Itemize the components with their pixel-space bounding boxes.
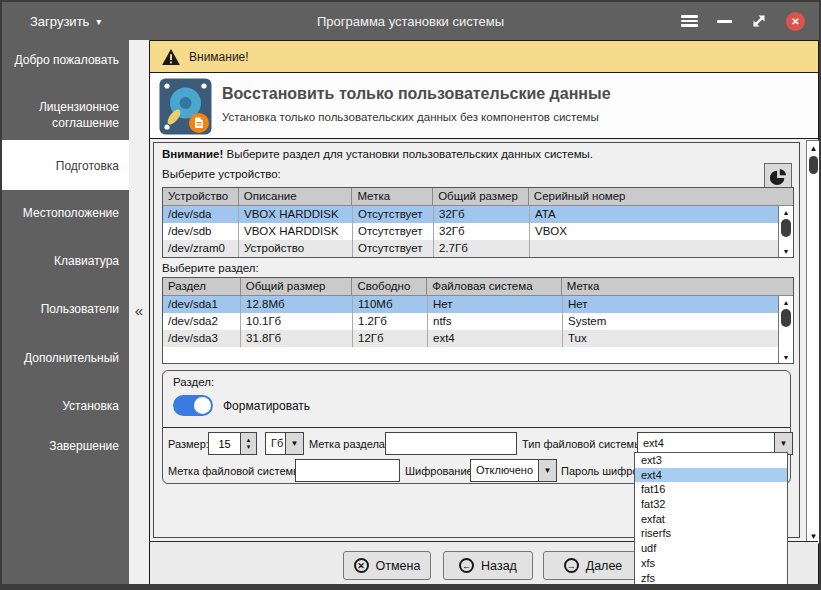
cell: 2.7Гб <box>434 240 530 257</box>
table-row[interactable]: /dev/sda VBOX HARDDISK Отсутствует 32Гб … <box>163 206 793 223</box>
scroll-up-icon[interactable]: ▲ <box>779 296 793 308</box>
format-toggle[interactable] <box>173 395 213 416</box>
table-row[interactable]: /dev/sdb VBOX HARDDISK Отсутствует 32Гб … <box>163 223 793 240</box>
cell: /dev/sda1 <box>163 296 241 313</box>
encryption-select[interactable]: Отключено ▼ <box>470 459 557 482</box>
chevron-down-icon[interactable]: ▼ <box>538 459 557 482</box>
dropdown-option[interactable]: fat16 <box>635 482 787 497</box>
cell: Отсутствует <box>353 240 434 257</box>
partition-select-label: Выберите раздел: <box>162 262 259 274</box>
encryption-label: Шифрование: <box>405 459 476 483</box>
partition-table-scrollbar[interactable]: ▲ ▼ <box>778 296 793 363</box>
menu-icon[interactable] <box>681 15 698 27</box>
scroll-down-icon[interactable]: ▼ <box>779 245 793 257</box>
spin-down-icon[interactable]: ▼ <box>246 444 252 451</box>
column-header[interactable]: Описание <box>239 188 353 205</box>
cell: 32Гб <box>434 206 530 223</box>
chevron-down-icon: ▾ <box>96 16 101 27</box>
scrollbar-thumb[interactable] <box>809 156 818 174</box>
sidebar-collapse-strip: « <box>129 40 149 584</box>
column-header[interactable]: Устройство <box>163 188 239 205</box>
partition-label-input[interactable] <box>385 432 517 455</box>
column-header[interactable]: Свободно <box>352 278 427 295</box>
table-row[interactable]: /dev/sda3 31.8Гб 12Гб ext4 Tux <box>163 330 793 347</box>
column-header[interactable]: Раздел <box>163 278 241 295</box>
column-header[interactable]: Файловая система <box>427 278 562 295</box>
titlebar: Загрузить ▾ Программа установки системы … <box>2 2 819 40</box>
cancel-label: Отмена <box>376 559 421 573</box>
format-toggle-label: Форматировать <box>223 399 310 413</box>
close-icon[interactable]: ✕ <box>786 12 805 31</box>
cell: Нет <box>428 296 563 313</box>
sidebar-item-installation[interactable]: Установка <box>2 398 129 414</box>
sidebar-item-location[interactable]: Местоположение <box>2 205 129 221</box>
warning-text: Внимание! <box>189 50 249 64</box>
table-row[interactable]: /dev/sda1 12.8Мб 110Мб Нет Нет <box>163 296 793 313</box>
dropdown-option[interactable]: ext3 <box>635 453 787 468</box>
spin-up-icon[interactable]: ▲ <box>246 437 252 444</box>
partition-table: Раздел Общий размер Свободно Файловая си… <box>162 277 794 364</box>
dropdown-option-selected[interactable]: ext4 <box>635 468 787 483</box>
pie-chart-button[interactable] <box>764 163 792 190</box>
group-divider <box>163 427 790 428</box>
minimize-icon[interactable] <box>717 20 732 23</box>
cell: Отсутствует <box>353 206 434 223</box>
scrollbar-thumb[interactable] <box>781 219 791 237</box>
cell: /dev/sda <box>163 206 239 223</box>
chevron-down-icon[interactable]: ▼ <box>285 432 304 455</box>
sidebar-item-additional[interactable]: Дополнительный <box>2 350 129 366</box>
column-header[interactable]: Метка <box>562 278 793 295</box>
load-menu-label: Загрузить <box>30 14 89 29</box>
sidebar-item-welcome[interactable]: Добро пожаловать <box>2 52 129 68</box>
device-table-body: /dev/sda VBOX HARDDISK Отсутствует 32Гб … <box>163 206 793 257</box>
scroll-down-icon[interactable]: ▼ <box>779 351 793 363</box>
partition-table-header: Раздел Общий размер Свободно Файловая си… <box>163 278 793 296</box>
maximize-icon[interactable] <box>751 13 767 29</box>
sidebar-item-keyboard[interactable]: Клавиатура <box>2 253 129 269</box>
table-row[interactable]: /dev/zram0 Устройство Отсутствует 2.7Гб <box>163 240 793 257</box>
load-menu-button[interactable]: Загрузить ▾ <box>30 14 101 29</box>
fstype-dropdown-list: ext3 ext4 fat16 fat32 exfat riserfs udf … <box>634 452 788 585</box>
groupbox-title: Раздел: <box>173 376 214 388</box>
dropdown-option[interactable]: fat32 <box>635 497 787 512</box>
dropdown-option[interactable]: riserfs <box>635 526 787 541</box>
next-button[interactable]: → Далее <box>543 551 643 580</box>
size-stepper[interactable]: ▲ ▼ <box>240 432 257 455</box>
installer-window: Загрузить ▾ Программа установки системы … <box>0 0 821 590</box>
column-header[interactable]: Серийный номер <box>529 188 793 205</box>
fslabel-input[interactable] <box>295 459 400 482</box>
dropdown-option[interactable]: exfat <box>635 512 787 527</box>
cell: 31.8Гб <box>241 330 353 347</box>
panel-notice: Внимание! Выберите раздел для установки … <box>162 148 593 160</box>
sidebar-item-finish[interactable]: Завершение <box>2 438 129 454</box>
cell: 12Гб <box>353 330 428 347</box>
page-title: Восстановить только пользовательские дан… <box>222 85 611 103</box>
dropdown-option[interactable]: xfs <box>635 556 787 571</box>
dropdown-option[interactable]: udf <box>635 541 787 556</box>
cell: Нет <box>563 296 780 313</box>
cell: 32Гб <box>434 223 530 240</box>
cell: Tux <box>563 330 780 347</box>
disk-icon <box>159 78 212 135</box>
column-header[interactable]: Общий размер <box>433 188 529 205</box>
scroll-up-icon[interactable]: ▲ <box>779 206 793 218</box>
scrollbar-thumb[interactable] <box>781 309 791 327</box>
column-header[interactable]: Метка <box>352 188 433 205</box>
dropdown-option[interactable]: zfs <box>635 571 787 586</box>
unit-select[interactable]: Гб ▼ <box>265 432 304 455</box>
main-scrollbar[interactable]: ▲ ▼ <box>806 140 821 544</box>
column-header[interactable]: Общий размер <box>241 278 353 295</box>
sidebar-item-users[interactable]: Пользователи <box>2 301 129 317</box>
cancel-icon: ✕ <box>354 558 369 573</box>
sidebar-item-preparation[interactable]: Подготовка <box>2 140 129 190</box>
scroll-up-icon[interactable]: ▲ <box>807 141 820 155</box>
size-input[interactable] <box>208 432 240 455</box>
device-table-scrollbar[interactable]: ▲ ▼ <box>778 206 793 257</box>
toggle-knob <box>194 397 211 414</box>
collapse-sidebar-icon[interactable]: « <box>129 302 149 319</box>
sidebar-item-license[interactable]: Лицензионное соглашение <box>2 99 129 131</box>
device-table-header: Устройство Описание Метка Общий размер С… <box>163 188 793 206</box>
table-row[interactable]: /dev/sda2 10.1Гб 1.2Гб ntfs System <box>163 313 793 330</box>
cancel-button[interactable]: ✕ Отмена <box>343 551 431 580</box>
back-button[interactable]: ← Назад <box>443 551 533 580</box>
